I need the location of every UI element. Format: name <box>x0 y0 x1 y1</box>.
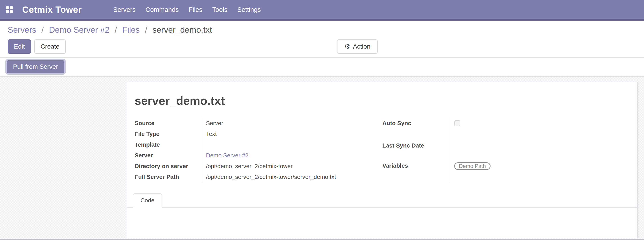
field-label-full-path: Full Server Path <box>135 171 202 182</box>
field-group-left: Source Server File Type Text Template Se… <box>135 118 382 182</box>
menu-settings[interactable]: Settings <box>232 6 266 13</box>
breadcrumb-files[interactable]: Files <box>122 25 140 34</box>
menu-commands[interactable]: Commands <box>140 6 184 13</box>
app-brand[interactable]: Cetmix Tower <box>22 5 82 15</box>
field-row-file-type: File Type Text <box>135 128 382 139</box>
variable-tag: Demo Path <box>454 162 490 170</box>
top-navbar: Cetmix Tower Servers Commands Files Tool… <box>0 0 644 21</box>
menu-servers[interactable]: Servers <box>108 6 140 13</box>
field-row-auto-sync: Auto Sync <box>382 118 607 140</box>
breadcrumb-separator: / <box>115 25 117 34</box>
breadcrumb-servers[interactable]: Servers <box>8 25 36 34</box>
field-label-source: Source <box>135 118 202 128</box>
field-value-directory: /opt/demo_server_2/cetmix-tower <box>202 161 382 171</box>
menu-tools[interactable]: Tools <box>207 6 232 13</box>
button-row: Edit Create ⚙ Action <box>0 38 644 58</box>
create-button[interactable]: Create <box>34 39 66 54</box>
field-value-template <box>202 139 382 150</box>
field-label-auto-sync: Auto Sync <box>382 118 450 140</box>
breadcrumb-separator: / <box>145 25 147 34</box>
field-label-variables: Variables <box>382 160 450 182</box>
server-record-link[interactable]: Demo Server #2 <box>206 152 248 159</box>
field-row-source: Source Server <box>135 118 382 128</box>
pull-from-server-button[interactable]: Pull from Server <box>7 60 64 73</box>
field-value-last-sync-date <box>450 140 607 160</box>
field-row-full-path: Full Server Path /opt/demo_server_2/cetm… <box>135 171 382 182</box>
field-row-variables: Variables Demo Path <box>382 160 607 182</box>
action-button-row: Pull from Server <box>0 58 644 77</box>
breadcrumb-demo-server[interactable]: Demo Server #2 <box>49 25 109 34</box>
field-row-server: Server Demo Server #2 <box>135 150 382 161</box>
field-value-source: Server <box>202 118 382 128</box>
auto-sync-checkbox[interactable] <box>454 120 460 126</box>
menu-files[interactable]: Files <box>184 6 207 13</box>
field-groups: Source Server File Type Text Template Se… <box>127 118 637 182</box>
field-label-file-type: File Type <box>135 128 202 139</box>
form-view-background: server_demo.txt Source Server File Type … <box>0 77 644 240</box>
field-label-server: Server <box>135 150 202 161</box>
field-label-template: Template <box>135 139 202 150</box>
breadcrumb-current: server_demo.txt <box>152 25 212 34</box>
field-row-last-sync-date: Last Sync Date <box>382 140 607 160</box>
action-button[interactable]: ⚙ Action <box>337 39 378 54</box>
apps-grid-icon[interactable] <box>6 6 13 13</box>
field-label-last-sync-date: Last Sync Date <box>382 140 450 160</box>
field-value-full-path: /opt/demo_server_2/cetmix-tower/server_d… <box>202 171 382 182</box>
field-group-right: Auto Sync Last Sync Date Variables Demo … <box>382 118 607 182</box>
edit-button[interactable]: Edit <box>8 39 31 54</box>
field-value-file-type: Text <box>202 128 382 139</box>
record-title: server_demo.txt <box>127 82 637 108</box>
field-value-auto-sync <box>450 118 607 140</box>
field-value-variables: Demo Path <box>450 160 607 182</box>
control-panel: Servers / Demo Server #2 / Files / serve… <box>0 21 644 77</box>
breadcrumb-separator: / <box>42 25 44 34</box>
gear-icon: ⚙ <box>344 43 350 50</box>
notebook-tabs: Code <box>127 193 637 208</box>
action-button-label: Action <box>353 43 370 50</box>
field-row-directory: Directory on server /opt/demo_server_2/c… <box>135 161 382 171</box>
field-value-server: Demo Server #2 <box>202 150 382 161</box>
main-menu: Servers Commands Files Tools Settings <box>108 6 266 13</box>
form-sheet: server_demo.txt Source Server File Type … <box>127 82 638 238</box>
window-bottom-edge <box>0 239 644 240</box>
breadcrumb: Servers / Demo Server #2 / Files / serve… <box>0 21 644 38</box>
field-label-directory: Directory on server <box>135 161 202 171</box>
field-row-template: Template <box>135 139 382 150</box>
tab-code[interactable]: Code <box>133 193 162 208</box>
